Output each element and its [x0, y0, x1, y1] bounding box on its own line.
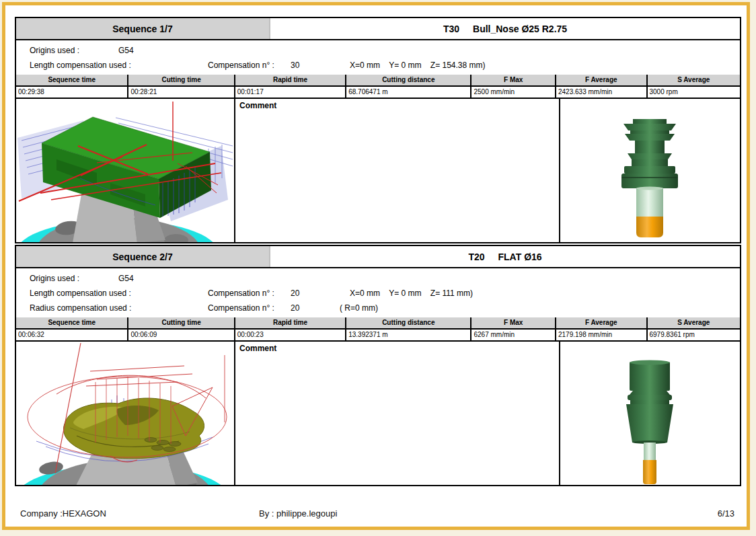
col-header: S Average [648, 75, 740, 87]
sequence-1-stats-values: 00:29:38 00:28:21 00:01:17 68.706471 m 2… [16, 87, 740, 99]
sequence-2-comment-cell: Comment [235, 342, 560, 485]
sequence-2-title: Sequence 2/7 [16, 246, 270, 267]
tool-holder [626, 360, 673, 445]
part-model [63, 398, 204, 459]
footer-company: Company :HEXAGON [20, 508, 106, 519]
radius-compensation-label: Radius compensation used : [30, 303, 131, 313]
sequence-1-comment-cell: Comment [235, 99, 560, 242]
sequence-2-tool-title: T20 FLAT Ø16 [270, 246, 740, 267]
tool-name: FLAT Ø16 [498, 252, 542, 262]
compensation-number-label: Compensation n° : [208, 303, 274, 313]
origins-value: G54 [118, 46, 134, 55]
stat-value: 00:00:23 [235, 330, 346, 342]
sequence-2-header: Sequence 2/7 T20 FLAT Ø16 [16, 246, 740, 268]
sequence-1-info: Origins used : G54 Length compensation u… [16, 40, 740, 75]
length-compensation-label: Length compensation used : [30, 61, 131, 70]
stat-value: 00:29:38 [16, 87, 128, 99]
stat-value: 2423.633 mm/min [556, 87, 648, 99]
stat-value: 2179.198 mm/min [556, 330, 648, 342]
report-sheet: Sequence 1/7 T30 Bull_Nose Ø25 R2.75 Ori… [0, 0, 756, 536]
sequence-1-section: Sequence 1/7 T30 Bull_Nose Ø25 R2.75 Ori… [15, 17, 741, 243]
col-header: S Average [648, 317, 740, 330]
sequence-1-content: Comment [16, 99, 740, 242]
radius-note: ( R=0 mm) [340, 303, 378, 313]
tool-render-image-1 [560, 99, 740, 242]
origins-label: Origins used : [30, 274, 79, 283]
tool-shank [644, 443, 656, 460]
stat-value: 6979.8361 rpm [648, 330, 740, 342]
stat-value: 3000 rpm [648, 87, 740, 99]
col-header: Rapid time [235, 75, 346, 87]
stat-value: 00:01:17 [235, 87, 346, 99]
sequence-2-content: Comment [16, 342, 740, 485]
length-compensation-row: Length compensation used : Compensation … [16, 59, 740, 73]
sequence-1-stats-headers: Sequence time Cutting time Rapid time Cu… [16, 75, 740, 87]
compensation-number-value: 30 [291, 61, 299, 70]
col-header: Cutting time [128, 317, 235, 330]
tool-shank [636, 187, 663, 217]
toolpath-preview-image-1 [16, 99, 233, 242]
sequence-1-tool-cell [560, 99, 740, 242]
col-header: Cutting distance [346, 317, 471, 330]
tool-tip [643, 460, 656, 484]
stat-value: 68.706471 m [346, 87, 471, 99]
col-header: F Average [556, 75, 648, 87]
col-header: Sequence time [16, 317, 128, 330]
origins-value: G54 [118, 274, 134, 283]
col-header: Cutting time [128, 75, 235, 87]
tool-name: Bull_Nose Ø25 R2.75 [473, 24, 567, 34]
footer-page-number: 6/13 [718, 508, 734, 519]
comment-label: Comment [239, 101, 276, 110]
report-page: Sequence 1/7 T30 Bull_Nose Ø25 R2.75 Ori… [2, 2, 750, 530]
col-header: F Average [556, 317, 648, 330]
stat-value: 6267 mm/min [471, 330, 556, 342]
sequence-1-title: Sequence 1/7 [16, 18, 270, 39]
footer-author: By : philippe.legoupi [259, 508, 337, 519]
tool-render-image-2 [560, 342, 740, 485]
toolpath-preview-image-2 [16, 342, 233, 485]
tool-tip [636, 217, 663, 237]
origins-row: Origins used : G54 [16, 44, 740, 59]
sequence-2-stats-headers: Sequence time Cutting time Rapid time Cu… [16, 317, 740, 330]
sequence-1-preview-cell [16, 99, 235, 242]
sequence-2-preview-cell [16, 342, 235, 485]
sequence-1-header: Sequence 1/7 T30 Bull_Nose Ø25 R2.75 [16, 18, 740, 40]
stat-value: 00:06:32 [16, 330, 128, 342]
compensation-number-label: Compensation n° : [208, 61, 274, 70]
col-header: F Max [471, 75, 556, 87]
comment-label: Comment [239, 344, 276, 353]
radius-compensation-row: Radius compensation used : Compensation … [16, 301, 740, 316]
origins-label: Origins used : [30, 46, 79, 55]
length-compensation-row: Length compensation used : Compensation … [16, 286, 740, 301]
col-header: Rapid time [235, 317, 346, 330]
compensation-number-label: Compensation n° : [208, 289, 274, 298]
tool-code: T20 [468, 252, 484, 262]
tool-coordinates: X=0 mm Y= 0 mm Z= 111 mm) [350, 289, 473, 298]
sequence-2-tool-cell [560, 342, 740, 485]
col-header: Sequence time [16, 75, 128, 87]
sequence-1-tool-title: T30 Bull_Nose Ø25 R2.75 [270, 18, 740, 39]
tool-code: T30 [443, 24, 459, 34]
tool-coordinates: X=0 mm Y= 0 mm Z= 154.38 mm) [350, 61, 486, 70]
sequence-2-info: Origins used : G54 Length compensation u… [16, 268, 740, 317]
stat-value: 13.392371 m [346, 330, 471, 342]
stat-value: 00:28:21 [128, 87, 235, 99]
sequence-2-stats-values: 00:06:32 00:06:09 00:00:23 13.392371 m 6… [16, 330, 740, 342]
col-header: Cutting distance [346, 75, 471, 87]
compensation-number-value: 20 [291, 289, 299, 298]
stat-value: 00:06:09 [128, 330, 235, 342]
col-header: F Max [471, 317, 556, 330]
page-footer: Company :HEXAGON By : philippe.legoupi 6… [5, 504, 747, 525]
length-compensation-label: Length compensation used : [30, 289, 131, 298]
origins-row: Origins used : G54 [16, 272, 740, 286]
compensation-number-value: 20 [291, 303, 299, 313]
tool-holder [621, 119, 678, 188]
stat-value: 2500 mm/min [471, 87, 556, 99]
sequence-2-section: Sequence 2/7 T20 FLAT Ø16 Origins used :… [15, 245, 741, 486]
